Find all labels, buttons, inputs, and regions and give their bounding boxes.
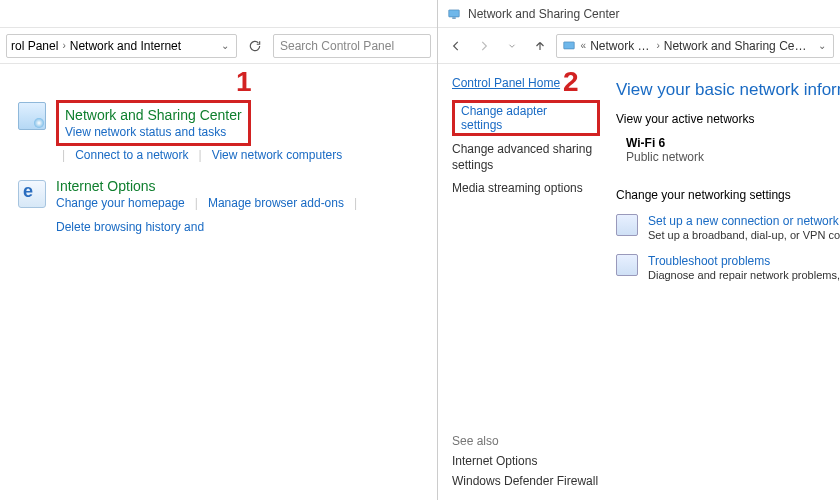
network-sharing-center-link[interactable]: Network and Sharing Center bbox=[65, 107, 242, 123]
network-type: Public network bbox=[626, 150, 836, 164]
internet-options-icon bbox=[18, 180, 46, 208]
svg-rect-0 bbox=[449, 9, 460, 16]
manage-addons-link[interactable]: Manage browser add-ons bbox=[208, 196, 344, 210]
chevron-right-icon: › bbox=[656, 40, 659, 51]
window-title: Network and Sharing Center bbox=[468, 7, 619, 21]
see-also-header: See also bbox=[452, 434, 600, 448]
see-also-section: See also Internet Options Windows Defend… bbox=[452, 434, 600, 494]
left-address-bar: rol Panel › Network and Internet ⌄ Searc… bbox=[0, 28, 437, 64]
back-button[interactable] bbox=[444, 34, 468, 58]
delete-history-link[interactable]: Delete browsing history and bbox=[56, 220, 204, 234]
task-setup-connection[interactable]: Set up a new connection or network Set u… bbox=[616, 214, 836, 242]
svg-rect-2 bbox=[564, 41, 575, 48]
setup-connection-desc: Set up a broadband, dial-up, or VPN conn… bbox=[648, 229, 840, 241]
see-also-defender-firewall[interactable]: Windows Defender Firewall bbox=[452, 474, 600, 488]
breadcrumb-dropdown-icon[interactable]: ⌄ bbox=[218, 40, 232, 51]
right-main-content: View your basic network information and … bbox=[608, 70, 840, 500]
crumb-root[interactable]: rol Panel bbox=[11, 39, 58, 53]
highlight-box-1: Network and Sharing Center View network … bbox=[56, 100, 251, 146]
setup-connection-link[interactable]: Set up a new connection or network bbox=[648, 214, 840, 228]
main-heading: View your basic network information and bbox=[616, 80, 836, 100]
refresh-button[interactable] bbox=[243, 34, 267, 58]
task-troubleshoot[interactable]: Troubleshoot problems Diagnose and repai… bbox=[616, 254, 836, 282]
breadcrumb-icon bbox=[561, 38, 577, 54]
media-streaming-link[interactable]: Media streaming options bbox=[452, 181, 600, 197]
left-breadcrumb[interactable]: rol Panel › Network and Internet ⌄ bbox=[6, 34, 237, 58]
chevron-icon: « bbox=[581, 40, 587, 51]
crumb-current[interactable]: Network and Sharing Center bbox=[664, 39, 811, 53]
up-button[interactable] bbox=[528, 34, 552, 58]
annotation-number-2: 2 bbox=[563, 66, 579, 98]
crumb-network-internet[interactable]: Network and Internet bbox=[70, 39, 181, 53]
view-network-computers-link[interactable]: View network computers bbox=[212, 148, 343, 162]
right-breadcrumb[interactable]: « Network a... › Network and Sharing Cen… bbox=[556, 34, 834, 58]
left-titlebar bbox=[0, 0, 437, 28]
troubleshoot-desc: Diagnose and repair network problems, or… bbox=[648, 269, 840, 281]
search-placeholder: Search Control Panel bbox=[280, 39, 394, 53]
active-networks-header: View your active networks bbox=[616, 112, 836, 126]
svg-rect-1 bbox=[452, 17, 456, 18]
change-homepage-link[interactable]: Change your homepage bbox=[56, 196, 185, 210]
highlight-box-2: Change adapter settings bbox=[452, 100, 600, 136]
connect-network-link[interactable]: Connect to a network bbox=[75, 148, 188, 162]
change-settings-header: Change your networking settings bbox=[616, 188, 836, 202]
internet-options-link[interactable]: Internet Options bbox=[56, 178, 427, 194]
search-input[interactable]: Search Control Panel bbox=[273, 34, 431, 58]
view-network-status-link[interactable]: View network status and tasks bbox=[65, 125, 226, 139]
network-sharing-icon bbox=[18, 102, 46, 130]
see-also-internet-options[interactable]: Internet Options bbox=[452, 454, 600, 468]
change-advanced-sharing-link[interactable]: Change advanced sharing settings bbox=[452, 142, 600, 173]
breadcrumb-dropdown-icon[interactable]: ⌄ bbox=[815, 40, 829, 51]
chevron-right-icon: › bbox=[62, 40, 65, 51]
troubleshoot-icon bbox=[616, 254, 638, 276]
right-sidebar: Control Panel Home Change adapter settin… bbox=[438, 70, 608, 500]
troubleshoot-link[interactable]: Troubleshoot problems bbox=[648, 254, 840, 268]
right-titlebar: Network and Sharing Center bbox=[438, 0, 840, 28]
recent-dropdown[interactable] bbox=[500, 34, 524, 58]
annotation-number-1: 1 bbox=[236, 66, 252, 98]
network-center-titlebar-icon bbox=[446, 6, 462, 22]
network-name: Wi-Fi 6 bbox=[626, 136, 836, 150]
change-adapter-settings-link[interactable]: Change adapter settings bbox=[461, 104, 591, 132]
crumb-parent[interactable]: Network a... bbox=[590, 39, 652, 53]
right-navbar: « Network a... › Network and Sharing Cen… bbox=[438, 28, 840, 64]
forward-button[interactable] bbox=[472, 34, 496, 58]
setup-connection-icon bbox=[616, 214, 638, 236]
